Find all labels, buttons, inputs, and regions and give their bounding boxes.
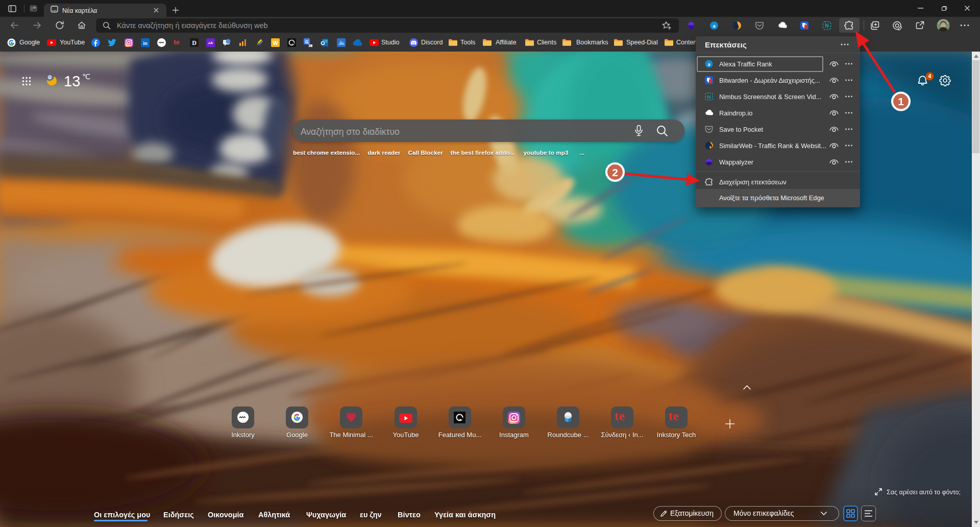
svg-text:2: 2	[612, 166, 618, 178]
svg-text:1: 1	[898, 95, 904, 107]
